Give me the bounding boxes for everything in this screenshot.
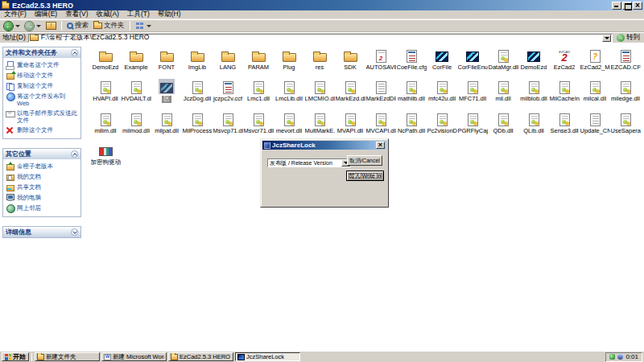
file-item[interactable]: milcal.dll [580, 79, 610, 102]
file-item[interactable]: milblob.dll [518, 79, 549, 102]
file-item[interactable]: Plug [274, 47, 304, 71]
sidebar-task-email-file[interactable]: 以电子邮件形式发送此文件 [6, 109, 79, 124]
file-item[interactable]: MilCacheIn... [549, 79, 580, 102]
file-item[interactable]: mathlib.dll [396, 79, 427, 102]
address-input[interactable]: F:\金橙子老版本\EzCad2.5.3 HERO [28, 34, 613, 43]
file-item[interactable]: PGRFlyCap... [457, 111, 488, 134]
chevron-down-icon[interactable] [71, 228, 78, 236]
file-item[interactable]: Update_CN [580, 111, 610, 134]
menu-item-3[interactable]: 查看(V) [65, 10, 88, 19]
file-item[interactable]: MarkEzdDll [365, 79, 396, 102]
chevron-up-icon[interactable] [71, 150, 78, 158]
sidebar-task-parent-folder[interactable]: 金橙子老版本 [6, 162, 79, 171]
file-item[interactable]: 区 [151, 79, 182, 102]
file-item[interactable]: res [304, 47, 335, 71]
forward-button[interactable] [23, 20, 43, 31]
file-item[interactable]: NcPath.dll [396, 111, 427, 134]
menu-item-6[interactable]: 帮助(H) [158, 10, 181, 19]
file-item[interactable]: mfc42u.dll [427, 79, 457, 102]
file-item[interactable]: EzCad2_Ma... [580, 47, 610, 71]
sidebar-task-copy-file[interactable]: 复制这个文件 [6, 82, 79, 90]
file-item[interactable]: Example [121, 47, 151, 71]
sidebar-panel-header[interactable]: 详细信息 [3, 227, 80, 237]
write-in-button[interactable]: 写入/Write In [346, 171, 384, 181]
file-item[interactable]: Sense3.dll [549, 111, 580, 134]
file-item[interactable]: EzCad2 [549, 47, 580, 71]
file-item[interactable]: miledge.dll [610, 79, 641, 102]
file-item[interactable]: AUTOSAVE [365, 47, 396, 71]
file-item[interactable]: milpat.dll [151, 111, 182, 134]
chevron-up-icon[interactable] [71, 49, 78, 56]
sidebar-task-rename-file[interactable]: 重命名这个文件 [6, 61, 79, 69]
sidebar-task-network-places[interactable]: 网上邻居 [6, 204, 79, 212]
file-item[interactable]: Msvcp71.dll [213, 111, 243, 134]
file-item[interactable]: QLib.dll [518, 111, 549, 134]
file-item[interactable]: MVCAPI.dll [365, 111, 396, 134]
start-button[interactable]: 开始 [2, 352, 29, 361]
sidebar-task-delete-file[interactable]: 删除这个文件 [6, 126, 79, 134]
file-item[interactable]: DemoEzd [90, 47, 121, 71]
file-item[interactable]: CorFileEnu [457, 47, 488, 71]
file-item[interactable]: CoeFile.cfg [396, 47, 427, 71]
dialog-close-button[interactable] [376, 142, 385, 149]
menu-item-1[interactable]: 文件(F) [4, 10, 27, 19]
file-item[interactable]: MilProcess.dll [182, 111, 213, 134]
file-item[interactable]: PARAM [243, 47, 274, 71]
file-item[interactable]: Msvcr71.dll [243, 111, 274, 134]
up-button[interactable] [44, 20, 58, 31]
cancel-button[interactable]: 取消/Cancel [347, 155, 382, 166]
file-item[interactable]: MarkEzd.dll [335, 79, 365, 102]
file-item[interactable]: MFC71.dll [457, 79, 488, 102]
file-item[interactable]: MultMarkE... [304, 111, 335, 134]
address-dropdown-button[interactable] [602, 35, 611, 42]
file-item[interactable]: LANG [213, 47, 243, 71]
tray-volume-icon[interactable] [617, 354, 623, 360]
views-button[interactable] [134, 20, 153, 31]
file-item[interactable]: DataMgr.dll [488, 47, 518, 71]
file-item[interactable]: LMCMIO.dll [304, 79, 335, 102]
file-item[interactable]: mevort.dll [274, 111, 304, 134]
file-item[interactable]: ImgLib [182, 47, 213, 71]
file-item[interactable]: EZCAD.CFG [610, 47, 641, 71]
file-item[interactable]: Lmc1.dll [243, 79, 274, 102]
sidebar-task-move-file[interactable]: 移动这个文件 [6, 72, 79, 80]
file-item[interactable]: SDK [335, 47, 365, 71]
sidebar-task-my-documents[interactable]: 我的文档 [6, 173, 79, 181]
file-item[interactable]: milmod.dll [121, 111, 151, 134]
menu-item-2[interactable]: 编辑(E) [35, 10, 57, 19]
dialog-title-bar[interactable]: JczShareLock [262, 141, 386, 150]
minimize-button[interactable] [612, 2, 621, 10]
file-item[interactable]: mil.dll [488, 79, 518, 102]
tray-status-icon[interactable] [609, 354, 615, 360]
file-item[interactable]: UseSapera.dll [610, 111, 641, 134]
file-item[interactable]: JczDog.dll [182, 79, 213, 102]
file-item[interactable]: CorFile [427, 47, 457, 71]
taskbar-task[interactable]: 新建文件夹 [35, 352, 100, 361]
sidebar-task-publish-web[interactable]: 将这个文件发布到 Web [6, 93, 79, 107]
sidebar-panel-header[interactable]: 其它位置 [3, 149, 80, 159]
file-item[interactable]: Pc2visionDll.dll [427, 111, 457, 134]
back-button[interactable] [2, 20, 22, 31]
file-item[interactable]: HVDAILT.dll [121, 79, 151, 102]
file-item[interactable]: milim.dll [90, 111, 121, 134]
maximize-button[interactable] [622, 2, 632, 10]
taskbar-task[interactable]: EzCad2.5.3 HERO [168, 352, 233, 361]
file-item[interactable]: DemoEzd [518, 47, 549, 71]
file-item[interactable]: LmcLib.dll [274, 79, 304, 102]
taskbar-task[interactable]: JczShareLock [235, 352, 300, 361]
file-item[interactable]: jczpc2v.ccf [213, 79, 243, 102]
sidebar-task-my-computer[interactable]: 我的电脑 [6, 194, 79, 202]
sidebar-panel-header[interactable]: 文件和文件夹任务 [3, 47, 80, 58]
taskbar-task[interactable]: 新建 Microsoft Word 文... [101, 352, 167, 361]
menu-item-4[interactable]: 收藏(A) [97, 10, 119, 19]
file-item[interactable]: 加密狗驱动 [90, 142, 121, 166]
go-button[interactable]: 转到 [615, 33, 642, 43]
menu-item-5[interactable]: 工具(T) [127, 10, 150, 19]
close-button[interactable] [633, 2, 642, 10]
file-item[interactable]: QDb.dll [488, 111, 518, 134]
file-item[interactable]: HVAPI.dll [90, 79, 121, 102]
search-button[interactable]: 搜索 [65, 20, 90, 31]
sidebar-task-shared-documents[interactable]: 共享文档 [6, 183, 79, 191]
file-item[interactable]: FONT [151, 47, 182, 71]
folders-button[interactable]: 文件夹 [92, 20, 126, 31]
